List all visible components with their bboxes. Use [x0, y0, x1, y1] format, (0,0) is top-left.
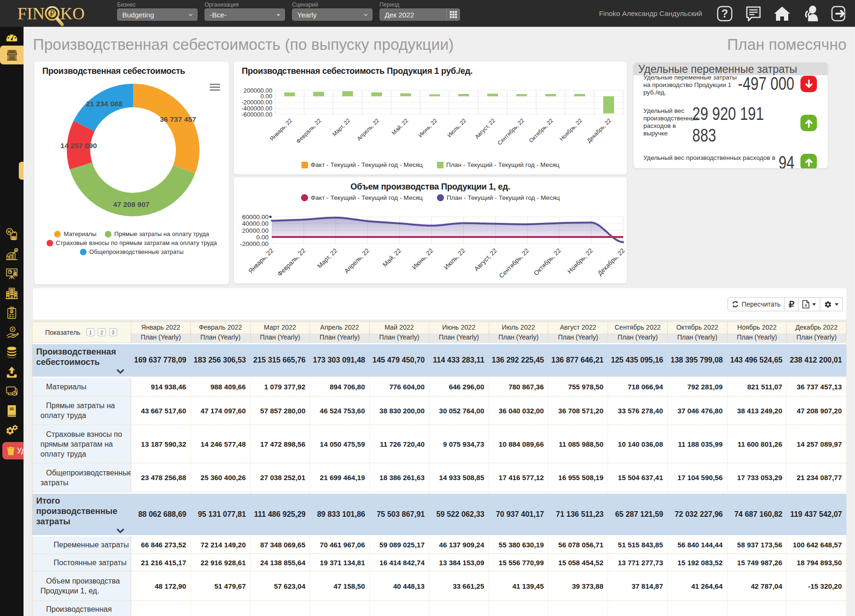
logo-text-fin: FIN — [17, 4, 45, 23]
sidebar-item-analytics[interactable]: ₽ — [0, 245, 24, 264]
x-axis-label: Март, 22 — [331, 117, 352, 138]
value-cell: 36 737 457,13 — [787, 378, 847, 396]
bar[interactable] — [342, 91, 353, 96]
bar-chart[interactable]: 200000.000.00-200000.00-400000.00-600000… — [234, 77, 627, 159]
bar[interactable] — [516, 94, 527, 96]
trash-icon — [7, 447, 15, 455]
delete-button[interactable]: Уд — [2, 442, 24, 459]
home-button[interactable] — [773, 5, 791, 23]
bar[interactable] — [487, 94, 498, 96]
bar[interactable] — [603, 96, 614, 113]
bar[interactable] — [545, 94, 556, 96]
legend-item[interactable]: Страховые взносы по прямым затратам на о… — [47, 239, 217, 246]
value-cell: 17 733 053,29 — [727, 463, 787, 492]
period-input[interactable]: Дек 2022 — [380, 8, 460, 21]
sidebar-item-budget-planning[interactable] — [0, 225, 24, 245]
donut-chart[interactable]: 36 737 45747 208 90714 257 09021 234 088 — [34, 80, 229, 245]
legend-item[interactable]: Факт - Текущий - Текущий год - Месяц — [301, 161, 423, 168]
level-button-1[interactable]: 1 — [87, 328, 95, 336]
logout-button[interactable] — [831, 5, 848, 23]
legend-dot-icon — [105, 231, 111, 237]
value-cell: 47 208 907,20 — [787, 396, 847, 425]
sidebar-drawer-handle[interactable] — [19, 162, 24, 180]
bar[interactable] — [313, 92, 324, 96]
messages-button[interactable] — [744, 5, 762, 23]
kpi-card: Удельные переменные затраты Удельные пер… — [633, 63, 828, 168]
value-cell — [787, 601, 847, 616]
calendar-button[interactable] — [446, 9, 459, 20]
legend-label: Прямые затраты на оплату труда — [114, 230, 209, 237]
row-label-cell[interactable]: Производственная себестоимость — [32, 343, 131, 378]
legend-item[interactable]: Общепроизводственные затраты — [80, 248, 184, 255]
plan-subheader: План (Yearly) — [190, 332, 250, 343]
sidebar-item-tasks[interactable]: ₽ — [0, 303, 24, 323]
caret-down-icon — [812, 303, 816, 306]
export-excel-button[interactable]: x — [799, 297, 820, 311]
book-icon — [5, 404, 18, 418]
bar[interactable] — [284, 92, 295, 96]
value-cell: 24 138 855,64 — [250, 554, 310, 571]
value-cell: 33 661,25 — [429, 571, 489, 601]
sidebar-item-organizations[interactable] — [0, 284, 24, 303]
table-settings-button[interactable] — [820, 297, 843, 311]
legend-item[interactable]: План - Текущий - Текущий год - Месяц — [437, 194, 560, 201]
sidebar-item-payments[interactable]: ₽ — [0, 323, 24, 342]
scenario-select[interactable]: Yearly — [292, 8, 372, 21]
level-button-2[interactable]: 2 — [98, 328, 106, 336]
bar[interactable] — [371, 92, 382, 96]
legend-item[interactable]: Прямые затраты на оплату труда — [105, 230, 209, 237]
sidebar-item-reports[interactable] — [0, 264, 24, 284]
area-fill — [272, 218, 623, 242]
gauge-icon — [6, 31, 18, 42]
bar[interactable] — [458, 94, 469, 96]
sidebar-item-budgeting-selected[interactable] — [0, 46, 24, 64]
sidebar-item-documents[interactable]: ₽ — [0, 382, 24, 402]
legend-item[interactable]: Материалы — [54, 230, 96, 237]
plan-subheader: План (Yearly) — [667, 332, 727, 343]
svg-text:₽: ₽ — [14, 392, 16, 395]
legend-item[interactable]: Факт - Текущий - Текущий год - Месяц — [301, 194, 423, 201]
donut-slice[interactable] — [133, 84, 199, 174]
hand-coin-icon: ₽ — [5, 325, 19, 340]
finoko-logo[interactable]: FIN ₽ KO — [16, 3, 87, 24]
chevron-down-icon — [189, 13, 193, 17]
help-button[interactable]: ? — [716, 5, 734, 23]
value-cell: 38 830 200,00 — [370, 396, 429, 425]
support-button[interactable] — [802, 5, 820, 23]
svg-text:₽: ₽ — [16, 248, 17, 251]
bar[interactable] — [429, 95, 440, 96]
value-cell: 58 937 173,56 — [727, 537, 787, 554]
donut-slice-label: 21 234 088 — [86, 100, 123, 108]
row-label-cell[interactable]: Итого производственные затраты — [32, 492, 131, 537]
value-cell: 33 576 278,40 — [608, 396, 668, 425]
recalculate-button[interactable]: Пересчитать — [728, 297, 785, 311]
value-cell: 10 140 036,08 — [608, 425, 668, 463]
value-cell: 72 032 227,96 — [667, 492, 727, 537]
x-axis-label: Июль, 22 — [446, 117, 467, 139]
bar[interactable] — [574, 94, 585, 96]
business-select[interactable]: Budgeting — [117, 8, 198, 21]
sidebar-item-settings[interactable] — [0, 421, 24, 441]
sidebar-item-database[interactable] — [0, 342, 24, 362]
value-cell: 51 479,67 — [190, 571, 250, 601]
sidebar-item-journal[interactable] — [0, 401, 24, 421]
x-axis-label: Декабрь, 22 — [586, 117, 612, 144]
y-axis-label: 0.00 — [256, 234, 269, 241]
currency-button[interactable]: ₽ — [785, 297, 799, 311]
level-button-3[interactable]: 3 — [109, 328, 117, 336]
sidebar-item-dashboard[interactable] — [0, 27, 24, 47]
chevron-down-icon[interactable] — [116, 369, 125, 374]
bar[interactable] — [400, 93, 411, 96]
table-row: Переменные затраты66 846 273,5272 214 14… — [32, 537, 847, 554]
table-row: Производственная — [32, 601, 847, 616]
row-label-cell: Объем производства Продукции 1, ед. — [32, 571, 131, 601]
organization-select[interactable]: -Все- — [205, 8, 285, 21]
sidebar-item-upload[interactable] — [0, 362, 24, 382]
legend-item[interactable]: План - Текущий - Текущий год - Месяц — [437, 161, 560, 168]
plan-subheader: План (Yearly) — [548, 332, 608, 343]
area-chart[interactable]: 60000.0040000.0020000.000.00-20000.00Янв… — [234, 205, 627, 283]
value-cell: -15 320,20 — [787, 571, 847, 601]
value-cell: 17 472 898,56 — [250, 425, 310, 463]
chevron-down-icon[interactable] — [116, 528, 125, 533]
row-label-cell: Страховые взносы по прямым затратам на о… — [32, 425, 131, 463]
